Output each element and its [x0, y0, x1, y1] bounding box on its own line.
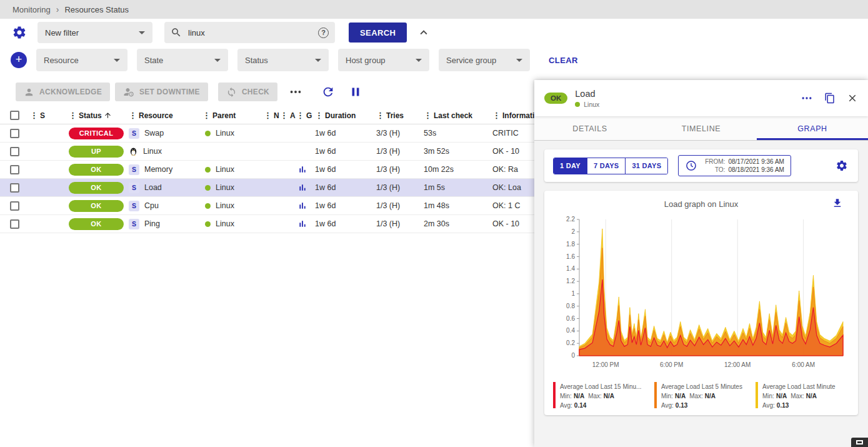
parent-name[interactable]: Linux — [216, 219, 234, 228]
panel-more-button[interactable] — [801, 92, 813, 104]
filter-row-criteria: + Resource State Status Host group Servi… — [0, 46, 868, 74]
legend-name: Average Load Last 15 Minu... — [560, 382, 641, 391]
period-31days-button[interactable]: 31 DAYS — [625, 158, 667, 174]
tab-timeline[interactable]: TIMELINE — [646, 116, 757, 140]
graph-icon[interactable] — [297, 183, 307, 193]
more-horizontal-icon — [801, 92, 813, 104]
acknowledge-button[interactable]: ACKNOWLEDGE — [16, 83, 110, 101]
row-checkbox[interactable] — [10, 183, 19, 193]
row-checkbox[interactable] — [10, 129, 19, 138]
filter-settings-button[interactable] — [11, 24, 28, 41]
graph-icon[interactable] — [297, 164, 307, 174]
drag-handle-icon[interactable]: ⋮ — [264, 111, 272, 120]
drag-handle-icon[interactable]: ⋮ — [315, 111, 323, 120]
row-checkbox[interactable] — [10, 201, 19, 211]
service-group-filter-select[interactable]: Service group — [439, 49, 530, 71]
drag-handle-icon[interactable]: ⋮ — [424, 111, 432, 120]
column-header-parent[interactable]: ⋮Parent — [202, 111, 264, 120]
select-all-checkbox[interactable] — [10, 111, 19, 120]
drag-handle-icon[interactable]: ⋮ — [69, 111, 77, 120]
pause-icon — [349, 85, 362, 99]
graph-icon[interactable] — [297, 201, 307, 211]
sort-asc-icon — [104, 111, 112, 119]
row-checkbox[interactable] — [10, 219, 19, 229]
row-checkbox[interactable] — [10, 147, 19, 156]
host-group-filter-select[interactable]: Host group — [338, 49, 429, 71]
search-box[interactable]: ? — [164, 22, 335, 43]
saved-filter-select[interactable]: New filter — [37, 22, 152, 43]
help-icon[interactable]: ? — [318, 28, 329, 38]
copy-link-button[interactable] — [824, 93, 836, 104]
period-1day-button[interactable]: 1 DAY — [554, 158, 587, 174]
corner-widget[interactable] — [851, 438, 868, 447]
period-7days-button[interactable]: 7 DAYS — [587, 158, 626, 174]
table-row[interactable]: CRITICAL SSwap Linux 1w 6d 3/3 (H) 53s C… — [0, 124, 534, 143]
column-header-status[interactable]: ⋮Status — [61, 111, 129, 120]
breadcrumb-item-monitoring[interactable]: Monitoring — [12, 5, 51, 14]
graph-icon[interactable] — [297, 219, 307, 229]
resource-name[interactable]: Memory — [144, 165, 172, 174]
table-row[interactable]: OK SMemory Linux 1w 6d 1/3 (H) 10m 22s O… — [0, 161, 534, 179]
column-header-tries[interactable]: ⋮Tries — [376, 111, 424, 120]
graph-legend: Average Load Last 15 Minu... Min:N/AMax:… — [549, 377, 853, 410]
column-header-duration[interactable]: ⋮Duration — [315, 111, 376, 120]
legend-item-load5[interactable]: Average Load Last 5 Minutes Min:N/AMax:N… — [654, 382, 748, 410]
legend-item-load1[interactable]: Average Load Last Minute Min:N/AMax:N/A … — [756, 382, 849, 410]
set-downtime-button[interactable]: SET DOWNTIME — [115, 83, 208, 101]
status-filter-select[interactable]: Status — [237, 49, 329, 71]
resource-name[interactable]: Load — [144, 183, 162, 192]
column-header-action[interactable]: ⋮A — [280, 111, 296, 120]
collapse-filters-button[interactable] — [416, 24, 432, 41]
parent-name[interactable]: Linux — [216, 201, 234, 210]
search-input[interactable] — [187, 28, 318, 38]
pause-button[interactable] — [346, 83, 365, 101]
parent-name[interactable]: Linux — [216, 165, 234, 174]
column-header-severity[interactable]: ⋮S — [30, 111, 61, 120]
column-header-information[interactable]: ⋮Information — [492, 111, 534, 120]
drag-handle-icon[interactable]: ⋮ — [296, 111, 304, 120]
column-header-graph[interactable]: ⋮G — [296, 111, 315, 120]
table-row[interactable]: OK SPing Linux 1w 6d 1/3 (H) 2m 30s OK -… — [0, 215, 534, 233]
add-criteria-button[interactable]: + — [11, 52, 27, 68]
breadcrumb-item-resources-status[interactable]: Resources Status — [64, 5, 129, 14]
resource-name[interactable]: Ping — [144, 219, 160, 228]
table-row-selected[interactable]: OK SLoad Linux 1w 6d 1/3 (H) 1m 5s OK: L… — [0, 179, 534, 197]
resource-name[interactable]: Swap — [144, 129, 164, 138]
drag-handle-icon[interactable]: ⋮ — [492, 111, 501, 120]
custom-time-range[interactable]: FROM:08/17/2021 9:36 AM TO:08/18/2021 9:… — [678, 155, 791, 176]
state-filter-select[interactable]: State — [137, 49, 228, 71]
table-row[interactable]: UP Linux 1w 6d 1/3 (H) 3m 52s OK - 10 — [0, 143, 534, 161]
drag-handle-icon[interactable]: ⋮ — [376, 111, 384, 120]
legend-item-load15[interactable]: Average Load Last 15 Minu... Min:N/AMax:… — [553, 382, 647, 410]
tries-cell: 1/3 (H) — [376, 219, 424, 228]
clear-filters-button[interactable]: CLEAR — [545, 55, 582, 66]
resource-name[interactable]: Cpu — [144, 201, 159, 210]
graph-settings-button[interactable] — [834, 158, 849, 173]
export-graph-button[interactable] — [828, 197, 847, 209]
more-actions-button[interactable] — [286, 83, 305, 101]
drag-handle-icon[interactable]: ⋮ — [202, 111, 211, 120]
search-button[interactable]: SEARCH — [349, 23, 407, 43]
resource-name[interactable]: Linux — [143, 147, 162, 156]
column-header-resource[interactable]: ⋮Resource — [129, 111, 202, 120]
last-check-cell: 53s — [424, 129, 492, 138]
svg-text:12:00 AM: 12:00 AM — [724, 361, 751, 368]
column-header-last-check[interactable]: ⋮Last check — [424, 111, 492, 120]
table-row[interactable]: OK SCpu Linux 1w 6d 1/3 (H) 1m 48s OK: 1… — [0, 197, 534, 215]
load-graph[interactable]: 12:00 PM6:00 PM12:00 AM6:00 AM00.20.40.6… — [554, 213, 848, 377]
svg-text:1.6: 1.6 — [566, 253, 575, 260]
close-panel-button[interactable] — [847, 93, 858, 104]
breadcrumb: Monitoring › Resources Status — [0, 0, 868, 19]
drag-handle-icon[interactable]: ⋮ — [129, 111, 137, 120]
refresh-button[interactable] — [319, 83, 337, 101]
row-checkbox[interactable] — [10, 165, 19, 174]
resource-filter-select[interactable]: Resource — [36, 49, 127, 71]
drag-handle-icon[interactable]: ⋮ — [30, 111, 38, 120]
column-header-notes[interactable]: ⋮N — [264, 111, 280, 120]
parent-name[interactable]: Linux — [216, 183, 234, 192]
drag-handle-icon[interactable]: ⋮ — [280, 111, 288, 120]
check-button[interactable]: CHECK — [218, 83, 277, 101]
parent-name[interactable]: Linux — [216, 129, 234, 138]
tab-details[interactable]: DETAILS — [534, 116, 646, 140]
tab-graph[interactable]: GRAPH — [757, 116, 868, 140]
